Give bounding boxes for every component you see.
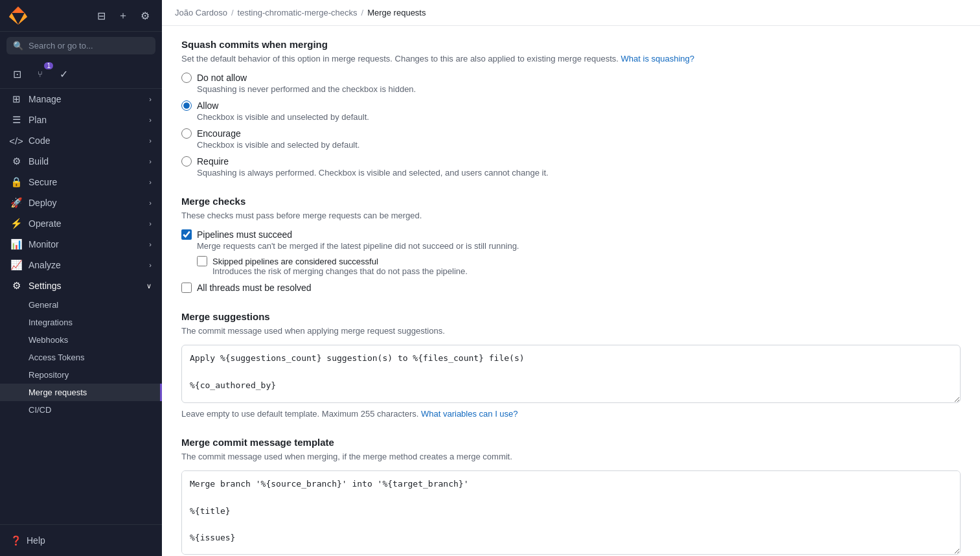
chevron-right-icon: › [149,178,152,186]
sidebar-item-settings[interactable]: ⚙ Settings ∨ [0,275,162,296]
squash-what-is-link[interactable]: What is squashing? [621,54,694,64]
settings-content: Squash commits when merging Set the defa… [162,26,980,556]
squash-radio-do-not-allow[interactable] [181,73,192,83]
squash-section-title: Squash commits when merging [181,39,961,50]
sidebar-item-integrations[interactable]: Integrations [0,314,162,331]
squash-option-do-not-allow: Do not allow Squashing is never performe… [181,73,961,94]
main-content: João Cardoso / testing-chromatic-merge-c… [162,0,980,556]
sidebar-item-label: Plan [28,115,47,125]
squash-label-do-not-allow[interactable]: Do not allow [181,73,961,83]
sidebar-item-general[interactable]: General [0,296,162,314]
help-label: Help [27,535,45,546]
plan-icon: ☰ [10,114,22,126]
search-placeholder: Search or go to... [28,41,93,51]
merge-suggestions-section: Merge suggestions The commit message use… [181,311,961,419]
merge-suggestions-title: Merge suggestions [181,311,961,322]
sidebar-item-access-tokens[interactable]: Access Tokens [0,349,162,366]
pipeline-success-checkbox[interactable] [181,229,192,240]
nav-check-icon[interactable]: ✓ [53,64,74,84]
sidebar-item-label: Settings [28,281,62,291]
merge-checks-group: Pipelines must succeed Merge requests ca… [181,229,961,293]
squash-label-encourage[interactable]: Encourage [181,128,961,139]
sidebar-top-icons: ⊟ ＋ ⚙ [92,6,154,25]
sidebar-item-build[interactable]: ⚙ Build › [0,151,162,172]
chevron-right-icon: › [149,95,152,103]
sidebar-item-deploy[interactable]: 🚀 Deploy › [0,192,162,213]
sidebar-item-operate[interactable]: ⚡ Operate › [0,213,162,234]
sidebar-item-secure[interactable]: 🔒 Secure › [0,172,162,192]
sidebar-item-label: Code [28,135,50,146]
sidebar-item-manage[interactable]: ⊞ Manage › [0,89,162,110]
breadcrumb-current-page: Merge requests [367,8,426,17]
squash-label-allow[interactable]: Allow [181,100,961,111]
chevron-right-icon: › [149,261,152,269]
build-icon: ⚙ [10,156,22,167]
sidebar-item-label: Operate [28,218,62,229]
sidebar-item-webhooks[interactable]: Webhooks [0,331,162,349]
sidebar-item-analyze[interactable]: 📈 Analyze › [0,255,162,275]
search-icon: 🔍 [13,41,23,51]
analyze-icon: 📈 [10,259,22,271]
sidebar-header: ⊟ ＋ ⚙ [0,0,162,32]
squash-desc-encourage: Checkbox is visible and selected by defa… [181,140,961,150]
nav-merge-requests-icon[interactable]: ⑂ 1 [30,64,51,84]
squash-desc-do-not-allow: Squashing is never performed and the che… [181,84,961,94]
squash-desc-require: Squashing is always performed. Checkbox … [181,168,961,178]
sidebar-item-label: Manage [28,94,62,104]
secure-icon: 🔒 [10,176,22,188]
merge-checks-section: Merge checks These checks must pass befo… [181,196,961,293]
gitlab-logo-icon [8,5,28,26]
settings-gear-icon[interactable]: ⚙ [136,6,154,25]
squash-option-allow: Allow Checkbox is visible and unselected… [181,100,961,122]
breadcrumb-user[interactable]: João Cardoso [175,8,227,17]
chevron-down-icon: ∨ [146,282,152,290]
deploy-icon: 🚀 [10,197,22,209]
help-item[interactable]: ❓ Help [10,531,152,550]
sidebar-item-merge-requests[interactable]: Merge requests [0,384,162,401]
merge-suggestions-textarea[interactable]: Apply %{suggestions_count} suggestion(s)… [181,345,961,403]
merge-suggestions-desc: The commit message used when applying me… [181,326,961,336]
skipped-pipelines-label[interactable]: Skipped pipelines are considered success… [197,256,961,266]
sidebar-toggle-icon[interactable]: ⊟ [92,6,110,25]
pipeline-success-desc: Merge requests can't be merged if the la… [181,241,961,251]
sidebar-item-cicd[interactable]: CI/CD [0,401,162,419]
squash-radio-encourage[interactable] [181,128,192,139]
nav-issues-icon[interactable]: ⊡ [6,64,27,84]
pipeline-success-label[interactable]: Pipelines must succeed [181,229,961,240]
search-bar[interactable]: 🔍 Search or go to... [6,37,155,54]
skipped-pipelines-checkbox[interactable] [197,256,207,266]
chevron-right-icon: › [149,116,152,124]
all-threads-label[interactable]: All threads must be resolved [181,283,961,293]
chevron-right-icon: › [149,240,152,248]
merge-commit-section: Merge commit message template The commit… [181,437,961,556]
merge-commit-title: Merge commit message template [181,437,961,448]
pipeline-success-option: Pipelines must succeed Merge requests ca… [181,229,961,276]
chevron-right-icon: › [149,199,152,207]
squash-option-encourage: Encourage Checkbox is visible and select… [181,128,961,150]
squash-radio-allow[interactable] [181,100,192,111]
squash-radio-require[interactable] [181,156,192,167]
what-variables-link[interactable]: What variables can I use? [421,409,518,419]
merge-checks-desc: These checks must pass before merge requ… [181,211,961,220]
create-new-icon[interactable]: ＋ [114,6,132,25]
sidebar-item-label: Secure [28,177,57,187]
sidebar-item-code[interactable]: </> Code › [0,130,162,151]
chevron-right-icon: › [149,220,152,227]
settings-icon: ⚙ [10,280,22,292]
sidebar: ⊟ ＋ ⚙ 🔍 Search or go to... ⊡ ⑂ 1 ✓ ⊞ Man… [0,0,162,556]
squash-label-require[interactable]: Require [181,156,961,167]
all-threads-checkbox[interactable] [181,283,192,293]
sidebar-item-repository[interactable]: Repository [0,366,162,384]
operate-icon: ⚡ [10,218,22,229]
squash-radio-group: Do not allow Squashing is never performe… [181,73,961,178]
squash-option-require: Require Squashing is always performed. C… [181,156,961,178]
sidebar-item-label: Monitor [28,239,59,249]
breadcrumb-sep-2: / [361,8,364,17]
merge-commit-textarea[interactable]: Merge branch '%{source_branch}' into '%{… [181,470,961,555]
sidebar-bottom: ❓ Help [0,524,162,556]
manage-icon: ⊞ [10,93,22,105]
breadcrumb-project[interactable]: testing-chromatic-merge-checks [238,8,358,17]
sidebar-item-monitor[interactable]: 📊 Monitor › [0,234,162,255]
sidebar-item-plan[interactable]: ☰ Plan › [0,110,162,130]
monitor-icon: 📊 [10,238,22,250]
